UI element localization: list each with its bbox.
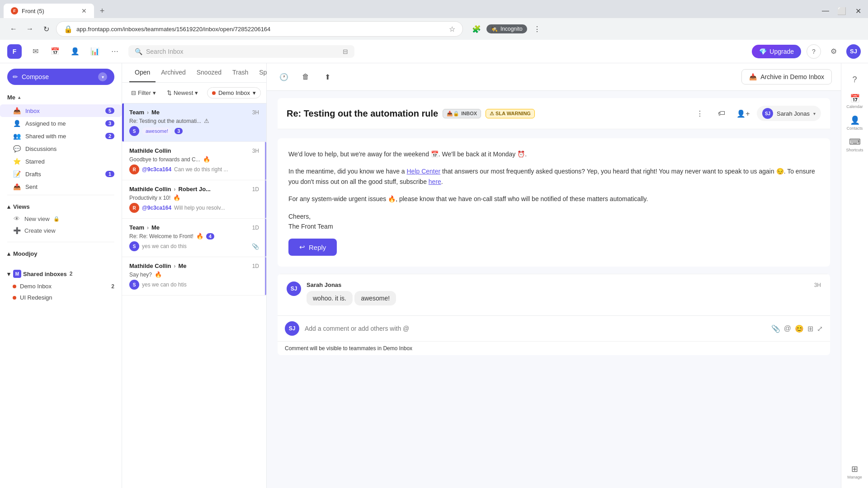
browser-tab[interactable]: F Front (5) ✕ xyxy=(4,4,94,18)
more-options-btn[interactable]: ⋮ xyxy=(692,105,708,122)
browser-right-icons: 🧩 🕵 Incognito ⋮ xyxy=(470,23,543,35)
assignee-selector[interactable]: SJ Sarah Jonas ▾ xyxy=(757,106,821,121)
demo-inbox-item[interactable]: Demo Inbox 2 xyxy=(0,281,122,292)
inbox-nav-item[interactable]: 📥 Inbox 5 xyxy=(0,104,122,117)
sort-button[interactable]: ⇅ Newest ▾ xyxy=(163,88,202,98)
conv-item-1[interactable]: Mathilde Collin 3H Goodbye to forwards a… xyxy=(122,142,266,180)
assigned-nav-item[interactable]: 👤 Assigned to me 3 xyxy=(0,117,122,130)
trash-button[interactable]: 🗑 xyxy=(297,69,314,85)
extensions-icon[interactable]: 🧩 xyxy=(470,23,483,35)
compose-button[interactable]: ✏ Compose ▾ xyxy=(7,69,114,85)
reply-icon: ↩ xyxy=(299,243,305,251)
conv-subject-text-3: Re: Re: Welcome to Front! xyxy=(129,233,193,239)
tab-open[interactable]: Open xyxy=(129,63,156,82)
email-body-p1: We'd love to help, but we're away for th… xyxy=(288,149,819,159)
settings-button[interactable]: ⚙ xyxy=(826,44,841,59)
conv-sender-1: Mathilde Collin xyxy=(129,147,171,154)
shared-nav-item[interactable]: 👥 Shared with me 2 xyxy=(0,130,122,142)
search-bar[interactable]: 🔍 Search Inbox ⊟ xyxy=(128,45,354,58)
inbox-nav-icon[interactable]: ✉ xyxy=(27,43,43,60)
conv-item-4[interactable]: Mathilde Collin › Me 1D Say hey? 🔥 S yes… xyxy=(122,257,266,296)
url-text: app.frontapp.com/inboxes/teammates/15619… xyxy=(76,26,445,33)
conv-preview-1: Can we do this right ... xyxy=(174,166,259,173)
sent-nav-item[interactable]: 📤 Sent xyxy=(0,180,122,193)
mention-icon[interactable]: @ xyxy=(784,324,791,333)
discussions-nav-item[interactable]: 💬 Discussions xyxy=(0,142,122,155)
snooze-button[interactable]: 🕐 xyxy=(276,69,292,85)
incognito-button[interactable]: 🕵 Incognito xyxy=(486,24,527,33)
conv-avatar-4: S xyxy=(129,280,139,290)
address-bar[interactable]: 🔒 app.frontapp.com/inboxes/teammates/156… xyxy=(56,21,463,37)
archive-icon: 📥 xyxy=(749,73,757,80)
window-minimize-btn[interactable]: — xyxy=(819,5,832,17)
shared-badge: 2 xyxy=(105,133,114,139)
contacts-nav-icon[interactable]: 👤 xyxy=(67,43,83,60)
subscribe-link[interactable]: here xyxy=(429,178,441,185)
conv-indicator-2 xyxy=(265,180,266,218)
search-input[interactable]: Search Inbox xyxy=(146,48,184,55)
bookmark-icon[interactable]: ☆ xyxy=(449,25,455,33)
assign-btn[interactable]: 👤+ xyxy=(735,105,751,122)
calendar-nav-icon[interactable]: 📅 xyxy=(47,43,63,60)
emoji-icon[interactable]: 😊 xyxy=(795,324,804,333)
conv-subject-text-0: Re: Testing out the automati... xyxy=(129,118,201,124)
me-header[interactable]: Me ▴ xyxy=(7,94,114,101)
reply-button[interactable]: ↩ Reply xyxy=(288,239,337,256)
conv-avatar-3: S xyxy=(129,241,139,251)
attachment-icon[interactable]: 📎 xyxy=(771,324,780,333)
browser-back-btn[interactable]: ← xyxy=(7,23,20,35)
conv-item-3[interactable]: Team › Me 1D Re: Re: Welcome to Front! 🔥… xyxy=(122,219,266,257)
shared-inboxes-header[interactable]: ▾ M Shared inboxes 2 xyxy=(0,267,122,281)
right-calendar-btn[interactable]: 📅 Calendar xyxy=(846,92,864,110)
help-button[interactable]: ? xyxy=(807,44,821,59)
tab-trash[interactable]: Trash xyxy=(227,63,254,82)
tab-title: Front (5) xyxy=(22,8,78,14)
conv-item-2[interactable]: Mathilde Collin › Robert Jo... 1D Produc… xyxy=(122,180,266,219)
new-tab-button[interactable]: + xyxy=(96,5,108,17)
browser-forward-btn[interactable]: → xyxy=(24,23,36,35)
browser-menu-btn[interactable]: ⋮ xyxy=(531,23,543,35)
browser-refresh-btn[interactable]: ↻ xyxy=(40,23,52,35)
right-shortcuts-btn[interactable]: ⌨ Shortcuts xyxy=(846,136,864,154)
conv-preview-2: Will help you resolv... xyxy=(174,205,259,211)
user-avatar[interactable]: SJ xyxy=(846,44,861,59)
tab-snoozed[interactable]: Snoozed xyxy=(191,63,227,82)
right-manage-btn[interactable]: ⊞ Manage xyxy=(846,463,864,481)
new-view-item[interactable]: 👁 New view 🔒 xyxy=(0,213,122,225)
compose-chevron[interactable]: ▾ xyxy=(98,72,107,81)
filter-button[interactable]: ⊟ Filter ▾ xyxy=(127,88,160,98)
ui-redesign-inbox-item[interactable]: UI Redesign xyxy=(0,292,122,303)
help-center-link[interactable]: Help Center xyxy=(406,168,440,175)
tag-btn[interactable]: 🏷 xyxy=(713,105,730,122)
inbox-selector[interactable]: Demo Inbox ▾ xyxy=(207,87,261,99)
starred-nav-item[interactable]: ⭐ Starred xyxy=(0,155,122,168)
search-filter-icon[interactable]: ⊟ xyxy=(343,48,348,55)
conversation-list: Open Archived Snoozed Trash Spam ⊟ Filte… xyxy=(122,63,267,488)
tab-close-btn[interactable]: ✕ xyxy=(81,7,87,14)
comment-author-1: Sarah Jonas xyxy=(307,282,341,288)
conv-warning-0: ⚠ xyxy=(204,117,209,124)
move-button[interactable]: ⬆ xyxy=(319,69,335,85)
tab-archived[interactable]: Archived xyxy=(156,63,191,82)
right-help-btn[interactable]: ? xyxy=(846,70,864,89)
email-toolbar: 🕐 🗑 ⬆ 📥 Archive in Demo Inbox xyxy=(267,63,841,91)
table-icon[interactable]: ⊞ xyxy=(807,324,813,333)
upgrade-label: Upgrade xyxy=(769,48,794,55)
upgrade-button[interactable]: 💎 Upgrade xyxy=(752,45,801,58)
moodjoy-header[interactable]: ▴ Moodjoy xyxy=(0,248,122,260)
conv-item-0[interactable]: Team › Me 3H Re: Testing out the automat… xyxy=(122,103,266,142)
expand-icon[interactable]: ⤢ xyxy=(817,324,823,333)
right-contacts-btn[interactable]: 👤 Contacts xyxy=(846,114,864,132)
analytics-nav-icon[interactable]: 📊 xyxy=(87,43,103,60)
conv-fire-3: 🔥 xyxy=(196,233,203,239)
views-header[interactable]: ▴ Views xyxy=(0,201,122,213)
comment-1: SJ Sarah Jonas 3H wohoo. it is. awesome! xyxy=(278,274,830,315)
drafts-nav-item[interactable]: 📝 Drafts 1 xyxy=(0,168,122,180)
window-close-btn[interactable]: ✕ xyxy=(852,5,864,17)
window-maximize-btn[interactable]: ⬜ xyxy=(835,5,848,17)
right-contacts-icon: 👤 xyxy=(850,115,860,125)
more-nav-icon[interactable]: ⋯ xyxy=(107,43,123,60)
create-view-item[interactable]: ➕ Create view xyxy=(0,225,122,236)
comment-input[interactable] xyxy=(305,325,766,332)
archive-button[interactable]: 📥 Archive in Demo Inbox xyxy=(741,69,832,84)
